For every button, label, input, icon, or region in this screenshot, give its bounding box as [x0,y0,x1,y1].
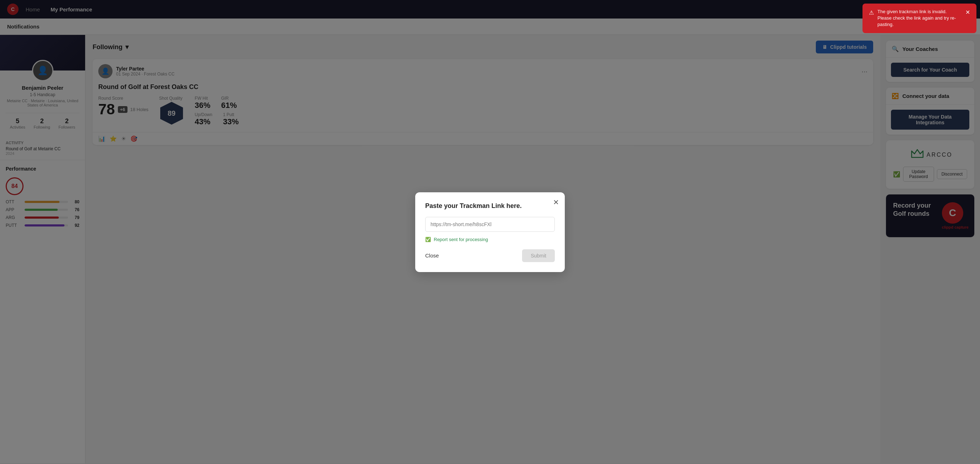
toast-message: The given trackman link is invalid. Plea… [877,8,962,28]
modal-close-button[interactable]: Close [425,253,439,259]
trackman-modal: Paste your Trackman Link here. ✕ ✅ Repor… [415,192,565,272]
toast-close-icon[interactable]: ✕ [966,8,970,16]
warning-icon: ⚠ [869,9,874,17]
modal-success-message: ✅ Report sent for processing [425,237,555,242]
modal-footer: Close Submit [425,249,555,262]
modal-title: Paste your Trackman Link here. [425,202,555,210]
trackman-link-input[interactable] [425,217,555,232]
error-toast: ⚠ The given trackman link is invalid. Pl… [862,3,977,33]
modal-close-icon[interactable]: ✕ [553,198,559,207]
success-check-icon: ✅ [425,237,431,242]
modal-submit-button[interactable]: Submit [522,249,555,262]
modal-overlay[interactable]: Paste your Trackman Link here. ✕ ✅ Repor… [0,0,980,464]
